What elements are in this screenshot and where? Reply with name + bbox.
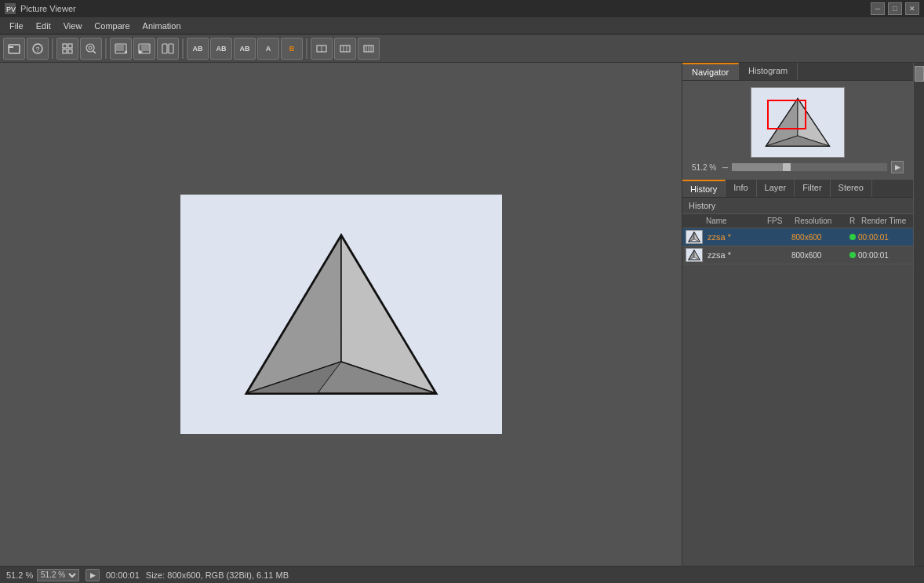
app-icon: PV	[5, 3, 16, 14]
separator-2	[105, 38, 107, 59]
zoom-value: 51.2 %	[692, 163, 719, 172]
preview-image	[762, 95, 833, 150]
svg-rect-7	[68, 44, 72, 48]
menu-view[interactable]: View	[57, 20, 89, 32]
play-button[interactable]: ▶	[85, 569, 100, 581]
next-button[interactable]: ▶	[133, 38, 155, 60]
history-tabs: History Info Layer Filter Stereo	[682, 180, 913, 198]
zoom-slider[interactable]	[731, 162, 888, 172]
menu-file[interactable]: File	[3, 20, 30, 32]
window-controls: ─ □ ✕	[871, 2, 919, 15]
channel2-button[interactable]	[334, 38, 356, 60]
tab-histogram[interactable]: Histogram	[739, 63, 798, 80]
right-panel: Navigator Histogram 51.2 % ─	[682, 63, 913, 566]
zoom-fit-button[interactable]	[80, 38, 102, 60]
col-header-r: R	[846, 216, 858, 226]
zoom-select[interactable]: 51.2 %	[37, 569, 79, 581]
row-resolution-1: 800x600	[791, 233, 846, 242]
svg-rect-14	[116, 45, 124, 51]
panel-tabs: Navigator Histogram	[682, 63, 913, 81]
row-thumb-2	[686, 248, 703, 262]
history-row[interactable]: zzsa * 800x600 00:00:01	[682, 246, 913, 264]
window-title: Picture Viewer	[20, 4, 866, 13]
zoom-thumb[interactable]	[783, 163, 791, 171]
zoom-forward-button[interactable]: ▶	[891, 161, 904, 173]
compare-button[interactable]	[157, 38, 179, 60]
status-bar: 51.2 % 51.2 % ▶ 00:00:01 Size: 800x600, …	[0, 566, 924, 583]
tab-layer[interactable]: Layer	[757, 180, 795, 197]
row-name-2: zzsa *	[706, 250, 764, 260]
close-button[interactable]: ✕	[905, 2, 919, 15]
scrollbar-thumb[interactable]	[915, 66, 924, 82]
preview-box	[751, 87, 845, 158]
svg-point-10	[86, 44, 94, 52]
text-a-button[interactable]: AB	[187, 38, 209, 60]
separator-4	[306, 38, 307, 59]
toolbar: ? ◀ ▶	[0, 35, 924, 63]
tab-stereo[interactable]: Stereo	[831, 180, 872, 197]
zoom-slider-fill	[732, 163, 786, 171]
open-button[interactable]	[3, 38, 25, 60]
tab-info[interactable]: Info	[726, 180, 756, 197]
col-header-rendertime: Render Time	[858, 216, 913, 226]
text-b-button[interactable]: AB	[210, 38, 232, 60]
svg-point-12	[89, 46, 92, 49]
zoom-bar: 51.2 % ─ ▶	[689, 161, 907, 173]
title-bar: PV Picture Viewer ─ □ ✕	[0, 0, 924, 17]
tab-history[interactable]: History	[682, 180, 726, 197]
main-layout: Navigator Histogram 51.2 % ─	[0, 63, 924, 566]
history-table-header: Name FPS Resolution R Render Time	[682, 214, 913, 228]
text-e-button[interactable]: B	[281, 38, 303, 60]
status-info: Size: 800x600, RGB (32Bit), 6.11 MB	[146, 570, 289, 580]
history-row[interactable]: zzsa * 800x600 00:00:01	[682, 228, 913, 246]
canvas-content	[180, 195, 502, 434]
row-time-1: 00:00:01	[858, 233, 913, 242]
maximize-button[interactable]: □	[888, 2, 902, 15]
menu-edit[interactable]: Edit	[30, 20, 57, 32]
main-scrollbar[interactable]	[913, 63, 924, 566]
status-zoom-value: 51.2 %	[6, 570, 34, 580]
svg-rect-8	[63, 49, 67, 53]
grid-button[interactable]	[56, 38, 78, 60]
svg-rect-3	[9, 46, 13, 48]
text-c-button[interactable]: AB	[234, 38, 256, 60]
channel3-button[interactable]	[358, 38, 380, 60]
svg-rect-23	[340, 46, 350, 52]
history-section-title: History	[682, 198, 913, 214]
history-content: History Name FPS Resolution R Render Tim…	[682, 198, 913, 566]
status-time: 00:00:01	[106, 570, 140, 580]
help-button[interactable]: ?	[27, 38, 49, 60]
svg-rect-2	[9, 45, 20, 53]
navigator-preview: 51.2 % ─ ▶	[682, 81, 913, 180]
text-d-button[interactable]: A	[257, 38, 279, 60]
tab-filter[interactable]: Filter	[795, 180, 830, 197]
svg-rect-19	[162, 44, 167, 53]
row-thumb-1	[686, 230, 703, 244]
separator-1	[52, 38, 53, 59]
row-name-1: zzsa *	[706, 232, 764, 242]
svg-line-11	[93, 51, 96, 53]
prev-button[interactable]: ◀	[110, 38, 132, 60]
menu-bar: File Edit View Compare Animation	[0, 17, 924, 35]
menu-compare[interactable]: Compare	[88, 20, 136, 32]
status-zoom: 51.2 % 51.2 %	[6, 569, 79, 581]
render-complete-dot-1	[849, 234, 856, 240]
zoom-minus[interactable]: ─	[722, 163, 728, 172]
separator-3	[182, 38, 184, 59]
svg-text:PV: PV	[6, 5, 16, 13]
svg-text:◀: ◀	[124, 49, 127, 54]
svg-rect-20	[169, 44, 173, 53]
tab-navigator[interactable]: Navigator	[682, 63, 739, 80]
col-header-name: Name	[703, 216, 764, 226]
channel1-button[interactable]	[311, 38, 333, 60]
canvas-area	[0, 63, 682, 566]
row-indicator-1	[846, 234, 858, 240]
svg-text:?: ?	[36, 46, 40, 53]
col-header-resolution: Resolution	[791, 216, 846, 226]
minimize-button[interactable]: ─	[871, 2, 885, 15]
render-complete-dot-2	[849, 252, 856, 258]
row-resolution-2: 800x600	[791, 251, 846, 260]
menu-animation[interactable]: Animation	[136, 20, 187, 32]
col-thumb-spacer	[682, 216, 703, 226]
svg-rect-9	[68, 49, 72, 53]
